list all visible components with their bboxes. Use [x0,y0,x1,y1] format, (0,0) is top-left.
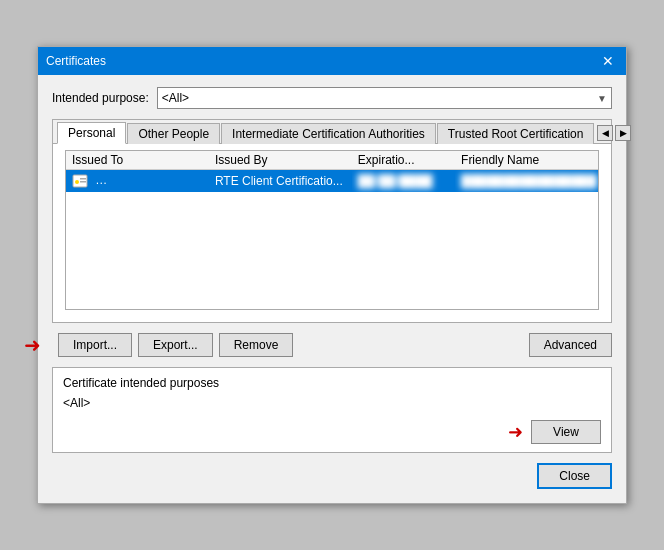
certificates-dialog: Certificates ✕ Intended purpose: <All> ▼… [37,46,627,504]
intended-purpose-value: <All> [162,91,189,105]
tabs-header: Personal Other People Intermediate Certi… [53,120,611,144]
bottom-row: ➜ View [63,420,601,444]
tabs-container: Personal Other People Intermediate Certi… [52,119,612,323]
dialog-title: Certificates [46,54,106,68]
tab-prev-button[interactable]: ◀ [597,125,613,141]
intended-purpose-label: Intended purpose: [52,91,149,105]
issued-to-value: ██████████████ [95,173,209,187]
tab-intermediate-ca[interactable]: Intermediate Certification Authorities [221,123,436,144]
dialog-body: Intended purpose: <All> ▼ Personal Other… [38,75,626,503]
cell-friendly-name: ████████████████ [455,170,598,193]
col-friendly-name: Friendly Name [455,151,598,170]
row-arrow-icon: ➜ [24,333,41,357]
export-button[interactable]: Export... [138,333,213,357]
tab-nav-arrows: ◀ ▶ [597,125,631,141]
svg-rect-3 [80,181,86,183]
title-close-button[interactable]: ✕ [598,54,618,68]
cell-issued-to: ██████████████ [66,170,209,193]
tab-personal[interactable]: Personal [57,122,126,144]
cert-table: Issued To Issued By Expiratio... Friendl… [66,151,598,192]
action-buttons-row: ➜ Import... Export... Remove Advanced [52,333,612,357]
table-header-row: Issued To Issued By Expiratio... Friendl… [66,151,598,170]
cert-purposes-section-label: Certificate intended purposes [63,376,601,390]
cert-purposes-box: Certificate intended purposes <All> ➜ Vi… [52,367,612,453]
cert-purposes-value: <All> [63,396,601,410]
cert-icon [72,173,88,189]
view-button[interactable]: View [531,420,601,444]
table-row[interactable]: ██████████████ RTE Client Certificatio..… [66,170,598,193]
col-issued-by: Issued By [209,151,352,170]
cert-list-container: Issued To Issued By Expiratio... Friendl… [53,144,611,322]
import-button[interactable]: Import... [58,333,132,357]
intended-purpose-dropdown[interactable]: <All> ▼ [157,87,612,109]
tab-next-button[interactable]: ▶ [615,125,631,141]
cell-expiration: ██/██/████ [352,170,455,193]
intended-purpose-row: Intended purpose: <All> ▼ [52,87,612,109]
tab-trusted-root[interactable]: Trusted Root Certification [437,123,595,144]
view-arrow-icon: ➜ [508,421,523,443]
expiration-value: ██/██/████ [358,174,433,188]
remove-button[interactable]: Remove [219,333,294,357]
advanced-button[interactable]: Advanced [529,333,612,357]
col-issued-to: Issued To [66,151,209,170]
cert-list-area: Issued To Issued By Expiratio... Friendl… [65,150,599,310]
close-dialog-button[interactable]: Close [537,463,612,489]
friendly-name-value: ████████████████ [461,174,597,188]
cell-issued-by: RTE Client Certificatio... [209,170,352,193]
col-expiration: Expiratio... [352,151,455,170]
svg-point-1 [75,180,79,184]
svg-rect-2 [80,178,86,180]
dropdown-arrow-icon: ▼ [597,93,607,104]
close-button-row: Close [52,463,612,489]
title-bar: Certificates ✕ [38,47,626,75]
tab-other-people[interactable]: Other People [127,123,220,144]
